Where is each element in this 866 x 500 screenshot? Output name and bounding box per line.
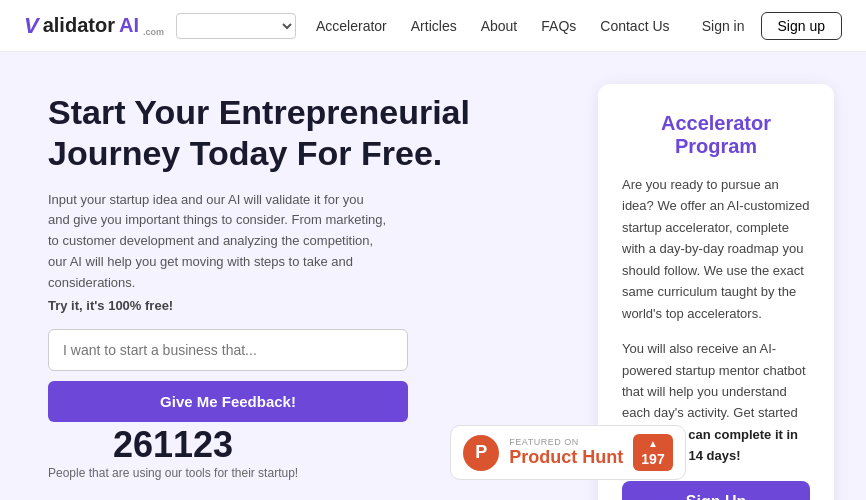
product-hunt-text: FEATURED ON Product Hunt [509, 437, 623, 468]
ph-count-badge: ▲ 197 [633, 434, 672, 471]
idea-input[interactable] [48, 329, 408, 371]
navbar: ValidatorAI.com Accelerator Articles Abo… [0, 0, 866, 52]
logo-ai: AI [119, 14, 139, 37]
nav-links: Accelerator Articles About FAQs Contact … [316, 18, 694, 34]
hero-subtitle: Input your startup idea and our AI will … [48, 190, 388, 294]
feedback-button[interactable]: Give Me Feedback! [48, 381, 408, 422]
logo: ValidatorAI.com [24, 13, 164, 39]
nav-link-about[interactable]: About [481, 18, 518, 34]
product-hunt-badge[interactable]: P FEATURED ON Product Hunt ▲ 197 [450, 425, 685, 480]
stats-section: 261123 People that are using our tools f… [0, 424, 433, 500]
nav-link-accelerator[interactable]: Accelerator [316, 18, 387, 34]
product-hunt-icon: P [463, 435, 499, 471]
main-section: Start Your Entrepreneurial Journey Today… [0, 52, 866, 500]
stat-label: People that are using our tools for thei… [48, 466, 298, 480]
nav-link-faqs[interactable]: FAQs [541, 18, 576, 34]
sign-in-link[interactable]: Sign in [702, 18, 745, 34]
card-signup-button[interactable]: Sign Up [622, 481, 810, 500]
ph-name: Product Hunt [509, 447, 623, 468]
nav-link-articles[interactable]: Articles [411, 18, 457, 34]
hero-title: Start Your Entrepreneurial Journey Today… [48, 92, 518, 174]
stat-block: 261123 People that are using our tools f… [48, 424, 298, 480]
card-para1: Are you ready to pursue an idea? We offe… [622, 174, 810, 324]
logo-v: V [24, 13, 39, 39]
ph-arrow-icon: ▲ [648, 438, 658, 449]
sign-up-button[interactable]: Sign up [761, 12, 842, 40]
logo-alidator: alidator [43, 14, 115, 37]
nav-right: Sign in Sign up [702, 12, 842, 40]
nav-dropdown[interactable] [176, 13, 296, 39]
stat-number: 261123 [113, 424, 233, 466]
ph-featured-label: FEATURED ON [509, 437, 623, 447]
logo-com: .com [143, 27, 164, 37]
ph-count-number: 197 [641, 451, 664, 467]
card-title: Accelerator Program [622, 112, 810, 158]
hero-cta-text: Try it, it's 100% free! [48, 298, 518, 313]
content-wrapper: Start Your Entrepreneurial Journey Today… [0, 52, 866, 500]
nav-link-contact[interactable]: Contact Us [600, 18, 669, 34]
